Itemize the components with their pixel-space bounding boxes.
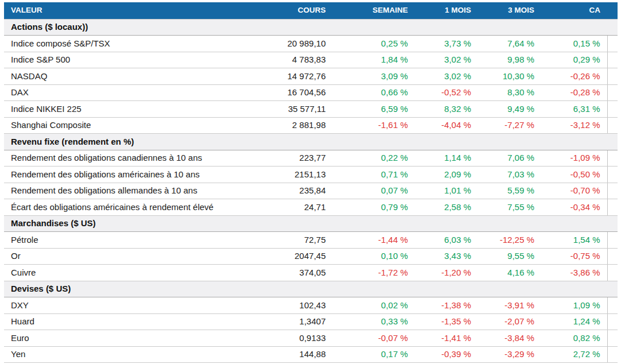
cell-1mois: 2,58 % <box>425 199 488 216</box>
cell-1mois: 3,02 % <box>425 68 488 85</box>
cell-ca: -0,50 % <box>551 166 607 183</box>
cell-semaine: 6,59 % <box>343 101 425 118</box>
cell-1mois: 2,09 % <box>425 166 488 183</box>
row-label: Euro <box>4 330 257 347</box>
cell-3mois: 5,59 % <box>488 183 551 199</box>
cell-semaine: 0,02 % <box>343 297 425 314</box>
pct-value: 7,06 % <box>507 153 534 162</box>
pct-value: 0,66 % <box>381 87 408 97</box>
section-title: Revenu fixe (rendement en %) <box>4 134 618 150</box>
pct-value: -1,35 % <box>441 316 471 326</box>
cours-value: 24,71 <box>257 199 343 216</box>
row-label: Rendement des obligations allemandes à 1… <box>4 183 257 199</box>
row-label: Rendement des obligations américaines à … <box>4 166 257 183</box>
pct-value: 0,29 % <box>573 55 600 64</box>
spacer-cell <box>607 101 618 118</box>
row-label: Huard <box>4 313 257 330</box>
cell-3mois: 7,55 % <box>488 199 551 216</box>
pct-value: -7,27 % <box>504 120 534 130</box>
pct-value: -2,07 % <box>504 316 534 326</box>
cours-value: 2151,13 <box>257 166 343 183</box>
cell-1mois: -1,38 % <box>425 297 488 314</box>
cell-semaine: 0,10 % <box>343 248 425 265</box>
cell-semaine: 0,25 % <box>343 36 425 52</box>
cell-ca: -0,28 % <box>551 84 607 101</box>
spacer-cell <box>607 248 618 265</box>
pct-value: -1,09 % <box>570 153 600 162</box>
pct-value: -12,25 % <box>500 235 534 245</box>
pct-value: -3,91 % <box>504 300 534 310</box>
cell-ca: -3,86 % <box>551 265 607 281</box>
pct-value: 9,49 % <box>507 104 534 114</box>
cell-ca: -0,70 % <box>551 183 607 199</box>
pct-value: 2,58 % <box>444 202 471 212</box>
cell-ca: 1,09 % <box>551 297 607 314</box>
spacer-cell <box>607 232 618 249</box>
cell-3mois: 9,98 % <box>488 52 551 68</box>
pct-value: 0,10 % <box>381 251 408 261</box>
cell-ca: 1,54 % <box>551 232 607 249</box>
spacer-cell <box>607 297 618 314</box>
cell-ca: -3,12 % <box>551 117 607 134</box>
pct-value: 1,24 % <box>573 316 600 326</box>
col-header-3mois: 3 MOIS <box>488 2 551 19</box>
pct-value: 0,22 % <box>381 153 408 162</box>
pct-value: -0,39 % <box>441 349 471 359</box>
cell-3mois: 10,30 % <box>488 68 551 85</box>
table-row: Écart des obligations américaines à rend… <box>4 199 618 216</box>
pct-value: 0,15 % <box>573 38 600 48</box>
spacer-cell <box>607 36 618 52</box>
cell-ca: 6,31 % <box>551 101 607 118</box>
pct-value: 1,09 % <box>573 300 600 310</box>
cell-1mois: -1,35 % <box>425 313 488 330</box>
cell-semaine: 0,79 % <box>343 199 425 216</box>
cours-value: 102,43 <box>257 297 343 314</box>
pct-value: 10,30 % <box>503 71 534 81</box>
cell-1mois: 8,32 % <box>425 101 488 118</box>
pct-value: 0,02 % <box>381 300 408 310</box>
section-row-actions: Actions ($ locaux)) <box>4 19 618 36</box>
pct-value: -0,52 % <box>441 87 471 97</box>
pct-value: -3,12 % <box>570 120 600 130</box>
pct-value: 3,09 % <box>381 71 408 81</box>
cours-value: 4 783,83 <box>257 52 343 68</box>
table-row: Pétrole 72,75 -1,44 % 6,03 % -12,25 % 1,… <box>4 232 618 249</box>
pct-value: 3,02 % <box>444 71 471 81</box>
cours-value: 20 989,10 <box>257 36 343 52</box>
cell-1mois: 3,02 % <box>425 52 488 68</box>
spacer-cell <box>607 199 618 216</box>
cell-1mois: 1,14 % <box>425 150 488 166</box>
pct-value: 0,33 % <box>381 316 408 326</box>
pct-value: 0,07 % <box>381 185 408 195</box>
cell-semaine: 0,71 % <box>343 166 425 183</box>
pct-value: 5,59 % <box>507 185 534 195</box>
cell-3mois: 7,03 % <box>488 166 551 183</box>
cours-value: 223,77 <box>257 150 343 166</box>
cell-3mois: 9,55 % <box>488 248 551 265</box>
cell-ca: -0,75 % <box>551 248 607 265</box>
pct-value: -0,50 % <box>570 169 600 179</box>
cell-1mois: 6,03 % <box>425 232 488 249</box>
pct-value: 0,17 % <box>381 349 408 359</box>
cell-ca: -0,26 % <box>551 68 607 85</box>
pct-value: 9,55 % <box>507 251 534 261</box>
pct-value: 2,09 % <box>444 169 471 179</box>
pct-value: -1,72 % <box>378 268 408 277</box>
pct-value: 1,84 % <box>381 55 408 64</box>
cell-1mois: -1,20 % <box>425 265 488 281</box>
cell-semaine: -1,44 % <box>343 232 425 249</box>
pct-value: 6,03 % <box>444 235 471 245</box>
row-label: NASDAQ <box>4 68 257 85</box>
table-row: Shanghai Composite 2 881,98 -1,61 % -4,0… <box>4 117 618 134</box>
cours-value: 374,05 <box>257 265 343 281</box>
pct-value: -3,86 % <box>570 268 600 277</box>
cell-3mois: -3,91 % <box>488 297 551 314</box>
cell-1mois: 1,01 % <box>425 183 488 199</box>
table-row: DAX 16 704,56 0,66 % -0,52 % 8,30 % -0,2… <box>4 84 618 101</box>
cours-value: 235,84 <box>257 183 343 199</box>
cell-ca: 0,29 % <box>551 52 607 68</box>
spacer-cell <box>607 265 618 281</box>
table-row: Indice composé S&P/TSX 20 989,10 0,25 % … <box>4 36 618 52</box>
header-spacer <box>607 2 618 19</box>
pct-value: 1,01 % <box>444 185 471 195</box>
